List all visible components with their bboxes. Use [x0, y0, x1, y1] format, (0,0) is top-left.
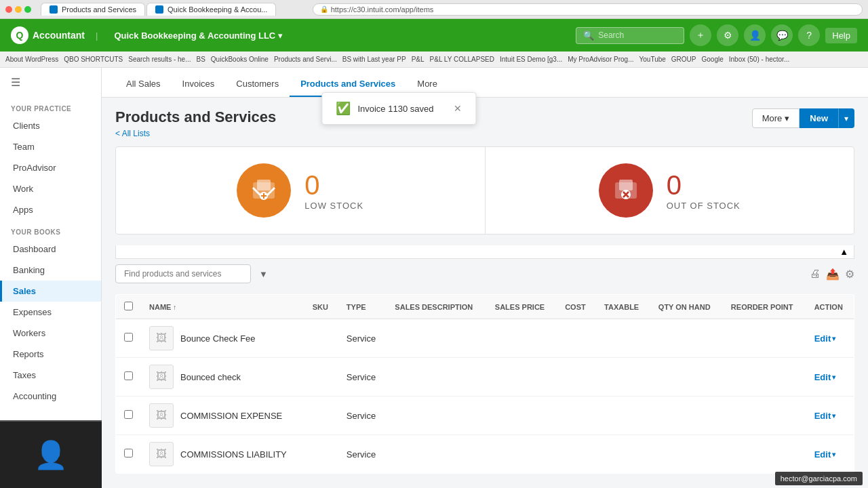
filter-button[interactable]: ▼: [259, 269, 268, 279]
row1-checkbox[interactable]: [116, 319, 142, 358]
row4-edit-button[interactable]: Edit ▾: [814, 449, 836, 460]
export-icon[interactable]: 📤: [826, 268, 840, 281]
bookmark-google[interactable]: Google: [701, 56, 723, 63]
hamburger-button[interactable]: ☰: [0, 68, 101, 97]
minimize-dot[interactable]: [15, 6, 22, 13]
content-area: All Sales Invoices Customers Products an…: [102, 68, 868, 488]
sidebar-item-sales[interactable]: Sales: [0, 281, 101, 302]
team-label: Team: [13, 142, 35, 152]
your-practice-label: YOUR PRACTICE: [0, 97, 101, 115]
bookmark-pl[interactable]: P&L: [412, 56, 425, 63]
sidebar-item-taxes[interactable]: Taxes: [0, 365, 101, 386]
maximize-dot[interactable]: [24, 6, 31, 13]
browser-tab-2[interactable]: Quick Bookkeeping & Accou...: [146, 3, 276, 16]
sidebar-item-clients[interactable]: Clients: [0, 115, 101, 136]
th-sku: SKU: [304, 295, 338, 319]
settings-button[interactable]: ⚙: [717, 24, 738, 46]
search-input[interactable]: [598, 30, 679, 40]
svg-rect-1: [257, 180, 271, 190]
row2-edit-button[interactable]: Edit ▾: [814, 372, 836, 382]
collapse-button[interactable]: ▲: [115, 245, 854, 259]
tab-invoices[interactable]: Invoices: [172, 72, 226, 97]
row1-check[interactable]: [124, 333, 133, 342]
row3-check[interactable]: [124, 410, 133, 419]
sidebar-item-team[interactable]: Team: [0, 136, 101, 157]
bookmark-quickbooks[interactable]: QuickBooks Online: [211, 56, 269, 63]
table-search-input[interactable]: [115, 264, 251, 283]
bookmark-bs[interactable]: BS: [197, 56, 205, 63]
user-button[interactable]: 👤: [744, 24, 766, 46]
sales-label: Sales: [13, 286, 36, 296]
sidebar-item-reports[interactable]: Reports: [0, 344, 101, 365]
help-icon[interactable]: ?: [798, 24, 820, 46]
tab-customers[interactable]: Customers: [225, 72, 290, 97]
bookmark-wordpress[interactable]: About WordPress: [5, 56, 58, 63]
bookmark-intuit[interactable]: Intuit ES Demo [g3...: [500, 56, 562, 63]
accounting-label: Accounting: [13, 391, 56, 401]
add-button[interactable]: ＋: [690, 24, 711, 46]
bookmark-bs-lastyear[interactable]: BS with Last year PP: [342, 56, 406, 63]
company-selector[interactable]: Quick Bookkeeping & Accounting LLC ▾: [114, 30, 283, 41]
tab-all-sales[interactable]: All Sales: [115, 72, 172, 97]
new-dropdown-button[interactable]: ▾: [838, 108, 854, 128]
sidebar-item-work[interactable]: Work: [0, 178, 101, 199]
low-stock-card[interactable]: 0 LOW STOCK: [116, 147, 486, 234]
bookmark-youtube[interactable]: YouTube: [639, 56, 666, 63]
product-thumbnail-4: 🖼: [149, 442, 174, 466]
close-dot[interactable]: [5, 6, 12, 13]
stock-cards: 0 LOW STOCK 0 OU: [115, 146, 854, 235]
th-name[interactable]: NAME: [141, 295, 304, 319]
sidebar-item-apps[interactable]: Apps: [0, 199, 101, 220]
bookmark-proadvisor[interactable]: My ProAdvisor Prog...: [568, 56, 633, 63]
row2-check[interactable]: [124, 371, 133, 380]
row2-sales-desc: [387, 358, 486, 396]
row1-name: 🖼 Bounce Check Fee: [141, 319, 304, 358]
out-of-stock-card[interactable]: 0 OUT OF STOCK: [486, 147, 854, 234]
out-of-stock-label: OUT OF STOCK: [667, 201, 741, 211]
row4-action: Edit ▾: [806, 435, 854, 474]
out-of-stock-count: 0: [667, 170, 741, 201]
svg-rect-4: [619, 180, 633, 190]
row1-taxable: [596, 319, 650, 358]
row4-check[interactable]: [124, 449, 133, 458]
all-lists-link[interactable]: < All Lists: [115, 129, 276, 138]
bookmark-group[interactable]: GROUP: [671, 56, 696, 63]
row3-name: 🖼 COMMISSION EXPENSE: [141, 396, 304, 435]
bookmark-pl-ly[interactable]: P&L LY COLLAPSED: [430, 56, 494, 63]
row4-checkbox[interactable]: [116, 435, 142, 474]
th-taxable: TAXABLE: [596, 295, 650, 319]
sidebar-item-accounting[interactable]: Accounting: [0, 386, 101, 407]
bookmark-search[interactable]: Search results - he...: [128, 56, 191, 63]
address-bar[interactable]: 🔒 https://c30.intuit.com/app/items: [313, 3, 863, 16]
bookmark-inbox[interactable]: Inbox (50) - hector...: [729, 56, 790, 63]
sidebar-item-expenses[interactable]: Expenses: [0, 302, 101, 323]
bookmark-products[interactable]: Products and Servi...: [274, 56, 337, 63]
settings-table-icon[interactable]: ⚙: [845, 268, 854, 281]
tab-favicon-2: [155, 5, 163, 14]
print-icon[interactable]: 🖨: [810, 268, 821, 281]
row3-checkbox[interactable]: [116, 396, 142, 435]
sidebar-item-proadvisor[interactable]: ProAdvisor: [0, 157, 101, 178]
row4-sales-desc: [387, 435, 486, 474]
chat-button[interactable]: 💬: [771, 24, 793, 46]
row2-name: 🖼 Bounced check: [141, 358, 304, 396]
toast-close-button[interactable]: ✕: [454, 103, 462, 114]
select-all-checkbox[interactable]: [124, 302, 133, 310]
bookmark-qbo[interactable]: QBO SHORTCUTS: [64, 56, 123, 63]
sidebar-item-banking[interactable]: Banking: [0, 260, 101, 281]
row1-edit-button[interactable]: Edit ▾: [814, 333, 836, 344]
qb-logo[interactable]: Q Accountant: [11, 26, 85, 44]
new-button[interactable]: New: [800, 108, 838, 128]
proadvisor-label: ProAdvisor: [13, 163, 56, 173]
sidebar-item-dashboard[interactable]: Dashboard: [0, 239, 101, 260]
browser-tab-active[interactable]: Products and Services: [41, 3, 145, 16]
sidebar-item-workers[interactable]: Workers: [0, 323, 101, 344]
row3-edit-button[interactable]: Edit ▾: [814, 411, 836, 421]
tab-label-2: Quick Bookkeeping & Accou...: [167, 5, 267, 14]
more-button[interactable]: More ▾: [752, 108, 800, 128]
edit-label: Edit: [814, 333, 831, 344]
row2-checkbox[interactable]: [116, 358, 142, 396]
help-button[interactable]: Help: [825, 28, 857, 43]
page-content: Products and Services < All Lists More ▾…: [102, 98, 868, 488]
th-select-all[interactable]: [116, 295, 142, 319]
